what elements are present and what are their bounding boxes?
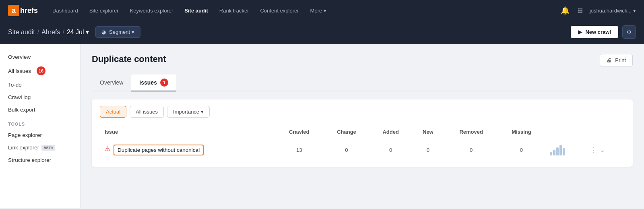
- sidebar-item-link-explorer[interactable]: Link explorer BETA: [0, 141, 80, 154]
- more-options-icon[interactable]: ⋮: [590, 146, 597, 154]
- nav-content-explorer[interactable]: Content explorer: [255, 5, 303, 16]
- breadcrumb-sep-1: /: [37, 29, 39, 36]
- nav-keywords-explorer[interactable]: Keywords explorer: [125, 5, 178, 16]
- tab-overview[interactable]: Overview: [92, 74, 131, 91]
- user-chevron-icon: ▾: [633, 8, 636, 14]
- chart-cell: [545, 139, 585, 161]
- error-icon: ⚠: [105, 145, 110, 153]
- expand-icon[interactable]: ⌄: [600, 146, 605, 154]
- print-icon: 🖨: [607, 57, 612, 63]
- content-header: Duplicate content 🖨 Print: [92, 54, 633, 66]
- print-button[interactable]: 🖨 Print: [600, 54, 633, 66]
- filter-all-issues-button[interactable]: All issues: [130, 106, 164, 118]
- tab-overview-label: Overview: [100, 79, 123, 86]
- tab-issues[interactable]: Issues 1: [131, 74, 176, 91]
- col-removed: Removed: [444, 125, 498, 139]
- segment-label: Segment ▾: [109, 29, 134, 35]
- issues-table: Issue Crawled Change Added New Removed M…: [100, 125, 625, 160]
- top-nav: a hrefs Dashboard Site explorer Keywords…: [0, 0, 644, 21]
- play-icon: ▶: [578, 29, 582, 35]
- logo[interactable]: a hrefs: [8, 5, 38, 16]
- bar-3: [556, 147, 559, 155]
- row-actions-cell: ⋮ ⌄: [585, 139, 625, 161]
- filter-bar: Actual All issues Importance ▾: [100, 106, 625, 118]
- beta-badge: BETA: [41, 145, 55, 151]
- col-crawled: Crawled: [275, 125, 323, 139]
- nav-more[interactable]: More ▾: [305, 5, 331, 16]
- new-crawl-label: New crawl: [585, 29, 611, 35]
- logo-text: hrefs: [20, 6, 38, 15]
- col-missing: Missing: [498, 125, 545, 139]
- logo-a-letter: a: [8, 5, 19, 16]
- issue-name[interactable]: Duplicate pages without canonical: [114, 145, 204, 155]
- page-explorer-label: Page explorer: [8, 132, 42, 138]
- crawled-cell: 13: [275, 139, 323, 161]
- table-header: Issue Crawled Change Added New Removed M…: [100, 125, 625, 139]
- change-cell: 0: [323, 139, 369, 161]
- sidebar: Overview All issues 16 To-do Crawl log B…: [0, 44, 80, 208]
- sidebar-all-issues-label: All issues: [8, 68, 31, 74]
- missing-cell: 0: [498, 139, 545, 161]
- col-new: New: [412, 125, 445, 139]
- issue-cell-inner: ⚠ Duplicate pages without canonical: [105, 145, 270, 155]
- new-cell: 0: [412, 139, 445, 161]
- sidebar-item-all-issues[interactable]: All issues 16: [0, 63, 80, 79]
- sidebar-crawl-log-label: Crawl log: [8, 94, 31, 100]
- structure-explorer-label: Structure explorer: [8, 157, 51, 163]
- user-menu[interactable]: joshua.hardwick... ▾: [590, 8, 636, 14]
- sidebar-bulk-export-label: Bulk export: [8, 107, 35, 113]
- sidebar-overview-label: Overview: [8, 54, 31, 60]
- col-change: Change: [323, 125, 369, 139]
- breadcrumb-bar: Site audit / Ahrefs / 24 Jul ▾ ◕ Segment…: [0, 21, 644, 44]
- table-row: ⚠ Duplicate pages without canonical 13 0…: [100, 139, 625, 161]
- sidebar-item-bulk-export[interactable]: Bulk export: [0, 103, 80, 116]
- sidebar-item-todo[interactable]: To-do: [0, 79, 80, 91]
- added-cell: 0: [370, 139, 412, 161]
- tabs: Overview Issues 1: [92, 74, 633, 91]
- row-actions: ⋮ ⌄: [590, 146, 620, 154]
- nav-right: 🔔 🖥 joshua.hardwick... ▾: [561, 6, 636, 15]
- sidebar-todo-label: To-do: [8, 82, 22, 88]
- sidebar-item-overview[interactable]: Overview: [0, 51, 80, 63]
- filter-importance-button[interactable]: Importance ▾: [167, 106, 210, 118]
- breadcrumb-ahrefs[interactable]: Ahrefs: [41, 29, 60, 36]
- page-title: Duplicate content: [92, 54, 166, 64]
- bell-icon[interactable]: 🔔: [561, 6, 570, 15]
- all-issues-badge: 16: [37, 66, 45, 75]
- breadcrumb-sep-2: /: [62, 29, 64, 36]
- col-chart: [545, 125, 585, 139]
- breadcrumb-actions: ▶ New crawl ⚙: [571, 25, 636, 39]
- nav-dashboard[interactable]: Dashboard: [47, 5, 83, 16]
- settings-icon: ⚙: [627, 29, 632, 35]
- breadcrumb: Site audit / Ahrefs / 24 Jul ▾: [8, 28, 89, 36]
- importance-label: Importance ▾: [173, 109, 204, 115]
- user-name: joshua.hardwick...: [590, 8, 632, 14]
- col-issue: Issue: [100, 125, 275, 139]
- sidebar-item-structure-explorer[interactable]: Structure explorer: [0, 154, 80, 166]
- breadcrumb-date[interactable]: 24 Jul ▾: [67, 28, 89, 36]
- bar-chart: [550, 144, 580, 155]
- nav-site-explorer[interactable]: Site explorer: [85, 5, 124, 16]
- sidebar-item-page-explorer[interactable]: Page explorer: [0, 129, 80, 141]
- nav-site-audit[interactable]: Site audit: [180, 5, 213, 16]
- segment-icon: ◕: [101, 29, 106, 35]
- tools-section-label: TOOLS: [0, 116, 80, 129]
- nav-rank-tracker[interactable]: Rank tracker: [215, 5, 254, 16]
- table-area: Actual All issues Importance ▾ Issue Cra…: [92, 99, 633, 167]
- link-explorer-label: Link explorer: [8, 145, 39, 151]
- segment-button[interactable]: ◕ Segment ▾: [95, 26, 140, 38]
- breadcrumb-site-audit[interactable]: Site audit: [8, 29, 35, 36]
- bar-4: [559, 145, 562, 155]
- screen-icon[interactable]: 🖥: [576, 6, 583, 15]
- table-body: ⚠ Duplicate pages without canonical 13 0…: [100, 139, 625, 161]
- bar-1: [550, 152, 552, 155]
- sidebar-item-crawl-log[interactable]: Crawl log: [0, 91, 80, 103]
- col-actions: [585, 125, 625, 139]
- new-crawl-button[interactable]: ▶ New crawl: [571, 26, 618, 38]
- settings-button[interactable]: ⚙: [622, 25, 636, 39]
- tab-issues-label: Issues: [139, 79, 157, 86]
- bar-2: [553, 150, 555, 155]
- print-label: Print: [615, 57, 626, 63]
- main-content: Duplicate content 🖨 Print Overview Issue…: [80, 44, 644, 208]
- filter-actual-button[interactable]: Actual: [100, 106, 126, 118]
